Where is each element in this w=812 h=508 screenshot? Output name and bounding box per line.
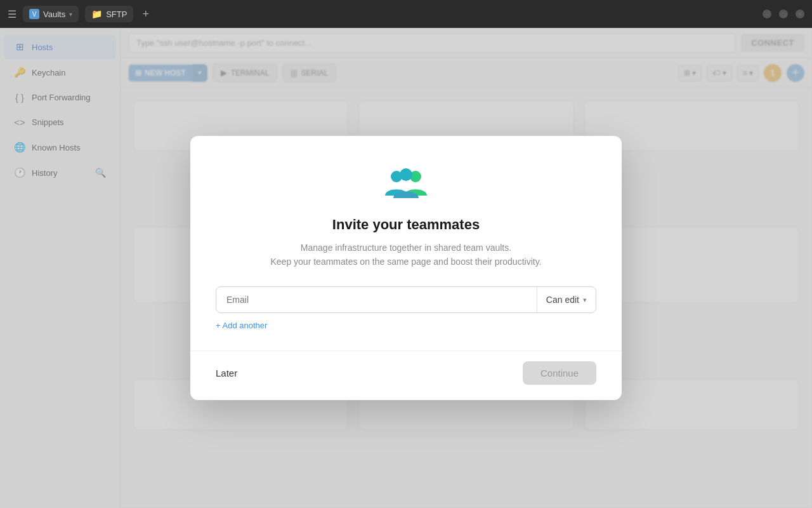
svg-point-2 [400,168,412,181]
add-tab-button[interactable]: + [140,8,152,21]
vault-icon: V [29,9,39,19]
permission-label: Can edit [546,295,579,305]
vault-chevron-icon: ▾ [69,11,72,18]
teammates-icon [384,166,428,204]
add-another-link[interactable]: + Add another [216,321,267,330]
close-button[interactable]: ✕ [796,10,804,18]
folder-icon: 📁 [91,9,102,19]
vault-tab[interactable]: V Vaults ▾ [23,6,79,22]
email-input[interactable] [216,287,537,312]
modal-subtitle: Manage infrastructure together in shared… [271,241,542,269]
invite-modal: Invite your teammates Manage infrastruct… [190,136,622,401]
modal-footer: Later Continue [190,351,622,400]
chevron-down-icon: ▾ [583,296,587,304]
email-row: Can edit ▾ [216,286,596,313]
modal-backdrop: Invite your teammates Manage infrastruct… [0,28,812,508]
title-bar-left: ☰ V Vaults ▾ 📁 SFTP + [8,6,152,22]
later-button[interactable]: Later [216,368,237,378]
title-bar-controls: — □ ✕ [763,10,804,18]
sftp-tab[interactable]: 📁 SFTP [85,6,133,22]
modal-body: Invite your teammates Manage infrastruct… [190,136,622,351]
permission-select[interactable]: Can edit ▾ [537,287,596,312]
continue-button[interactable]: Continue [523,361,596,385]
maximize-button[interactable]: □ [779,10,788,18]
title-bar: ☰ V Vaults ▾ 📁 SFTP + — □ ✕ [0,0,812,28]
minimize-button[interactable]: — [763,10,771,18]
vault-tab-label: Vaults [43,10,65,19]
hamburger-icon[interactable]: ☰ [8,8,16,20]
sftp-tab-label: SFTP [106,10,127,19]
modal-title: Invite your teammates [332,217,480,233]
